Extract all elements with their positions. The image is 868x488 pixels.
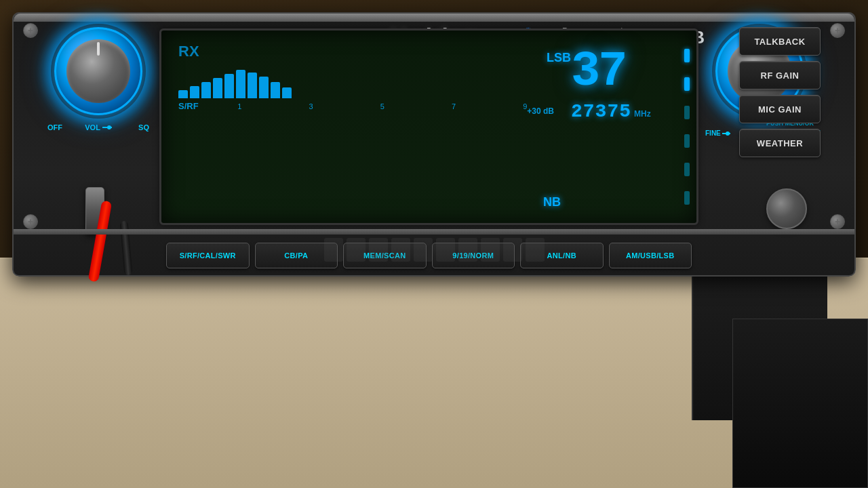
freq-display: 37 27375 MHz bbox=[571, 47, 686, 122]
smeter-bar-3 bbox=[201, 82, 211, 98]
svg-point-1 bbox=[107, 125, 111, 129]
vol-knob-sq-label: SQ bbox=[138, 123, 149, 131]
knob-indicator bbox=[97, 42, 100, 56]
screw-bottom-left bbox=[23, 214, 38, 229]
fine-label: FINE bbox=[705, 129, 734, 137]
smeter-bar-10 bbox=[282, 87, 292, 98]
smeter-bar-1 bbox=[178, 90, 188, 98]
main-display: RX S/R bbox=[159, 28, 698, 225]
freq-small-digits: 27375 bbox=[571, 101, 631, 122]
vert-bar-2 bbox=[684, 77, 690, 91]
screw-bottom-right bbox=[830, 214, 845, 229]
smeter-bar-2 bbox=[190, 86, 199, 98]
smeter-bar-6 bbox=[236, 70, 245, 98]
vert-bar-5 bbox=[684, 163, 690, 176]
smeter-tick-1: 1 bbox=[204, 102, 275, 110]
display-inner: RX S/R bbox=[161, 30, 696, 223]
radio-unit: Uniden 🐾 Bearcat 980SSB OFF VOL bbox=[12, 12, 856, 277]
vert-bar-4 bbox=[684, 134, 690, 148]
smeter-bar-8 bbox=[259, 77, 269, 98]
smeter-bar-5 bbox=[224, 74, 234, 98]
knob-inner bbox=[66, 39, 130, 103]
unit-face-watermark bbox=[176, 238, 692, 262]
smeter-tick-5: 5 bbox=[347, 102, 418, 110]
small-knob[interactable] bbox=[766, 188, 807, 229]
vert-bar-6 bbox=[684, 191, 690, 205]
talkback-button[interactable]: TALKBACK bbox=[739, 27, 821, 56]
lsb-indicator: LSB bbox=[547, 51, 571, 65]
top-trim bbox=[14, 14, 854, 22]
right-accessory-bg bbox=[732, 319, 868, 488]
vert-bar-1 bbox=[684, 49, 690, 62]
vol-knob-vol-label: VOL bbox=[85, 123, 116, 131]
vertical-bars bbox=[684, 44, 691, 209]
vol-knob-off-label: OFF bbox=[47, 123, 62, 131]
smeter-rf-label: S/RF bbox=[178, 101, 199, 111]
smeter-tick-7: 7 bbox=[418, 102, 489, 110]
freq-large-digits: 37 bbox=[571, 47, 686, 96]
smeter-scale: S/RF 1 3 5 7 9 +30 dB bbox=[178, 101, 561, 111]
svg-point-3 bbox=[726, 131, 730, 136]
screw-top-left bbox=[23, 23, 38, 38]
freq-mhz: MHz bbox=[634, 109, 651, 119]
nb-indicator: NB bbox=[543, 195, 561, 209]
smeter-bar-9 bbox=[271, 82, 280, 98]
screw-top-right bbox=[830, 23, 845, 38]
vol-sq-knob[interactable] bbox=[54, 27, 142, 115]
weather-button[interactable]: WEATHER bbox=[739, 129, 821, 157]
bottom-trim bbox=[14, 229, 854, 235]
smeter-bar-7 bbox=[248, 73, 257, 98]
smeter-bars bbox=[178, 64, 561, 98]
plus30db-label: +30 dB bbox=[527, 106, 554, 116]
rf-gain-button[interactable]: RF GAIN bbox=[739, 61, 821, 89]
smeter-bar-4 bbox=[213, 78, 222, 98]
scene: Uniden 🐾 Bearcat 980SSB OFF VOL bbox=[0, 0, 868, 488]
rx-indicator: RX bbox=[178, 43, 199, 60]
smeter-tick-3: 3 bbox=[275, 102, 347, 110]
mic-gain-button[interactable]: MIC GAIN bbox=[739, 95, 821, 123]
vert-bar-3 bbox=[684, 106, 690, 119]
right-buttons-panel: TALKBACK RF GAIN MIC GAIN WEATHER bbox=[739, 27, 821, 157]
left-knob-area: OFF VOL SQ bbox=[44, 27, 153, 131]
smeter-area: S/RF 1 3 5 7 9 +30 dB bbox=[178, 64, 561, 119]
